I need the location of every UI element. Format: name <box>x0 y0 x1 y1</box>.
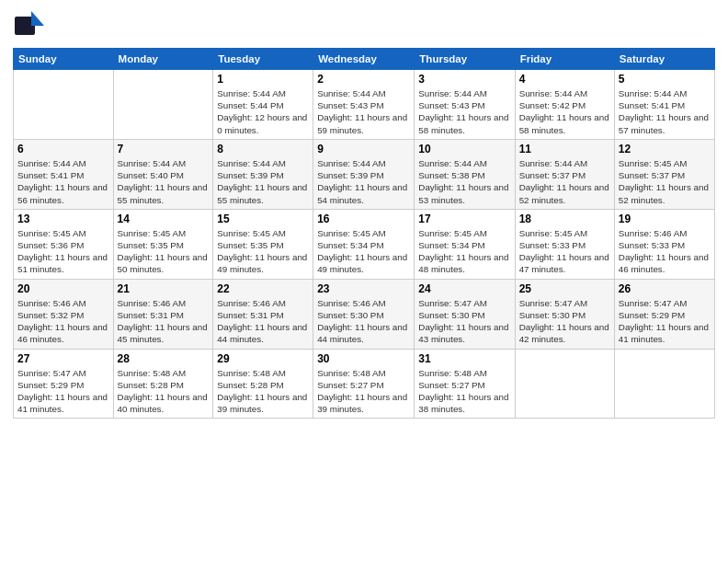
day-number: 4 <box>519 73 610 86</box>
day-number: 9 <box>317 143 410 155</box>
day-info: Sunrise: 5:44 AM Sunset: 5:41 PM Dayligh… <box>17 157 109 206</box>
day-number: 12 <box>619 143 711 155</box>
day-number: 6 <box>17 143 109 155</box>
day-number: 22 <box>217 282 309 295</box>
col-header-monday: Monday <box>113 49 213 70</box>
day-info: Sunrise: 5:44 AM Sunset: 5:39 PM Dayligh… <box>317 157 410 206</box>
day-number: 15 <box>217 213 309 225</box>
logo <box>13 9 51 42</box>
day-info: Sunrise: 5:45 AM Sunset: 5:34 PM Dayligh… <box>418 227 510 276</box>
day-number: 31 <box>418 352 510 365</box>
day-info: Sunrise: 5:45 AM Sunset: 5:36 PM Dayligh… <box>17 227 109 276</box>
day-cell: 30Sunrise: 5:48 AM Sunset: 5:27 PM Dayli… <box>313 349 415 419</box>
day-number: 5 <box>619 73 711 86</box>
day-info: Sunrise: 5:48 AM Sunset: 5:27 PM Dayligh… <box>418 367 510 416</box>
calendar-table: SundayMondayTuesdayWednesdayThursdayFrid… <box>13 48 715 419</box>
day-info: Sunrise: 5:44 AM Sunset: 5:39 PM Dayligh… <box>217 157 309 206</box>
day-number: 14 <box>118 213 210 225</box>
day-info: Sunrise: 5:47 AM Sunset: 5:29 PM Dayligh… <box>619 297 711 346</box>
day-info: Sunrise: 5:44 AM Sunset: 5:44 PM Dayligh… <box>217 87 309 136</box>
day-cell: 13Sunrise: 5:45 AM Sunset: 5:36 PM Dayli… <box>14 209 114 279</box>
day-number: 10 <box>418 143 510 155</box>
day-cell: 21Sunrise: 5:46 AM Sunset: 5:31 PM Dayli… <box>113 279 213 349</box>
day-cell: 20Sunrise: 5:46 AM Sunset: 5:32 PM Dayli… <box>14 279 114 349</box>
day-number: 27 <box>17 352 109 365</box>
col-header-wednesday: Wednesday <box>313 49 415 70</box>
day-number: 20 <box>17 282 109 295</box>
day-number: 1 <box>217 73 309 86</box>
day-info: Sunrise: 5:48 AM Sunset: 5:28 PM Dayligh… <box>217 367 309 416</box>
day-cell: 31Sunrise: 5:48 AM Sunset: 5:27 PM Dayli… <box>415 349 515 419</box>
week-row-4: 20Sunrise: 5:46 AM Sunset: 5:32 PM Dayli… <box>14 279 715 349</box>
day-info: Sunrise: 5:44 AM Sunset: 5:40 PM Dayligh… <box>118 157 210 206</box>
day-info: Sunrise: 5:46 AM Sunset: 5:33 PM Dayligh… <box>619 227 711 276</box>
day-info: Sunrise: 5:45 AM Sunset: 5:35 PM Dayligh… <box>118 227 210 276</box>
day-cell: 25Sunrise: 5:47 AM Sunset: 5:30 PM Dayli… <box>515 279 614 349</box>
day-number: 3 <box>418 73 510 86</box>
header <box>13 9 715 42</box>
day-cell: 12Sunrise: 5:45 AM Sunset: 5:37 PM Dayli… <box>614 139 714 209</box>
day-info: Sunrise: 5:48 AM Sunset: 5:27 PM Dayligh… <box>317 367 410 416</box>
day-number: 2 <box>317 73 410 86</box>
day-number: 11 <box>519 143 610 155</box>
col-header-friday: Friday <box>515 49 614 70</box>
day-cell: 3Sunrise: 5:44 AM Sunset: 5:43 PM Daylig… <box>415 70 515 140</box>
day-number: 18 <box>519 213 610 225</box>
day-number: 7 <box>118 143 210 155</box>
day-info: Sunrise: 5:44 AM Sunset: 5:38 PM Dayligh… <box>418 157 510 206</box>
calendar-container: SundayMondayTuesdayWednesdayThursdayFrid… <box>0 0 728 563</box>
day-cell: 2Sunrise: 5:44 AM Sunset: 5:43 PM Daylig… <box>313 70 415 140</box>
day-info: Sunrise: 5:46 AM Sunset: 5:31 PM Dayligh… <box>118 297 210 346</box>
day-number: 19 <box>619 213 711 225</box>
day-cell: 18Sunrise: 5:45 AM Sunset: 5:33 PM Dayli… <box>515 209 614 279</box>
day-info: Sunrise: 5:46 AM Sunset: 5:31 PM Dayligh… <box>217 297 309 346</box>
day-info: Sunrise: 5:44 AM Sunset: 5:41 PM Dayligh… <box>619 87 711 136</box>
day-cell: 22Sunrise: 5:46 AM Sunset: 5:31 PM Dayli… <box>213 279 313 349</box>
week-row-5: 27Sunrise: 5:47 AM Sunset: 5:29 PM Dayli… <box>14 349 715 419</box>
day-cell: 7Sunrise: 5:44 AM Sunset: 5:40 PM Daylig… <box>113 139 213 209</box>
svg-marker-1 <box>31 11 44 26</box>
day-info: Sunrise: 5:48 AM Sunset: 5:28 PM Dayligh… <box>118 367 210 416</box>
day-cell: 8Sunrise: 5:44 AM Sunset: 5:39 PM Daylig… <box>213 139 313 209</box>
day-cell <box>14 70 114 140</box>
day-info: Sunrise: 5:44 AM Sunset: 5:43 PM Dayligh… <box>317 87 410 136</box>
day-cell: 16Sunrise: 5:45 AM Sunset: 5:34 PM Dayli… <box>313 209 415 279</box>
day-info: Sunrise: 5:47 AM Sunset: 5:30 PM Dayligh… <box>418 297 510 346</box>
day-cell: 14Sunrise: 5:45 AM Sunset: 5:35 PM Dayli… <box>113 209 213 279</box>
day-info: Sunrise: 5:44 AM Sunset: 5:42 PM Dayligh… <box>519 87 610 136</box>
day-cell: 26Sunrise: 5:47 AM Sunset: 5:29 PM Dayli… <box>614 279 714 349</box>
day-number: 25 <box>519 282 610 295</box>
day-info: Sunrise: 5:45 AM Sunset: 5:35 PM Dayligh… <box>217 227 309 276</box>
day-cell: 1Sunrise: 5:44 AM Sunset: 5:44 PM Daylig… <box>213 70 313 140</box>
day-info: Sunrise: 5:44 AM Sunset: 5:37 PM Dayligh… <box>519 157 610 206</box>
day-cell: 10Sunrise: 5:44 AM Sunset: 5:38 PM Dayli… <box>415 139 515 209</box>
day-number: 13 <box>17 213 109 225</box>
day-cell: 28Sunrise: 5:48 AM Sunset: 5:28 PM Dayli… <box>113 349 213 419</box>
day-cell: 24Sunrise: 5:47 AM Sunset: 5:30 PM Dayli… <box>415 279 515 349</box>
day-cell: 5Sunrise: 5:44 AM Sunset: 5:41 PM Daylig… <box>614 70 714 140</box>
day-info: Sunrise: 5:45 AM Sunset: 5:37 PM Dayligh… <box>619 157 711 206</box>
day-info: Sunrise: 5:45 AM Sunset: 5:34 PM Dayligh… <box>317 227 410 276</box>
day-info: Sunrise: 5:44 AM Sunset: 5:43 PM Dayligh… <box>418 87 510 136</box>
day-cell <box>515 349 614 419</box>
day-number: 28 <box>118 352 210 365</box>
day-info: Sunrise: 5:46 AM Sunset: 5:30 PM Dayligh… <box>317 297 410 346</box>
day-number: 29 <box>217 352 309 365</box>
day-info: Sunrise: 5:47 AM Sunset: 5:29 PM Dayligh… <box>17 367 109 416</box>
day-number: 8 <box>217 143 309 155</box>
week-row-1: 1Sunrise: 5:44 AM Sunset: 5:44 PM Daylig… <box>14 70 715 140</box>
day-cell: 19Sunrise: 5:46 AM Sunset: 5:33 PM Dayli… <box>614 209 714 279</box>
day-number: 17 <box>418 213 510 225</box>
day-info: Sunrise: 5:45 AM Sunset: 5:33 PM Dayligh… <box>519 227 610 276</box>
col-header-saturday: Saturday <box>614 49 714 70</box>
day-cell: 23Sunrise: 5:46 AM Sunset: 5:30 PM Dayli… <box>313 279 415 349</box>
day-cell: 4Sunrise: 5:44 AM Sunset: 5:42 PM Daylig… <box>515 70 614 140</box>
col-header-tuesday: Tuesday <box>213 49 313 70</box>
day-number: 26 <box>619 282 711 295</box>
day-number: 30 <box>317 352 410 365</box>
day-number: 24 <box>418 282 510 295</box>
day-cell: 11Sunrise: 5:44 AM Sunset: 5:37 PM Dayli… <box>515 139 614 209</box>
day-cell <box>614 349 714 419</box>
day-cell: 6Sunrise: 5:44 AM Sunset: 5:41 PM Daylig… <box>14 139 114 209</box>
day-cell: 17Sunrise: 5:45 AM Sunset: 5:34 PM Dayli… <box>415 209 515 279</box>
